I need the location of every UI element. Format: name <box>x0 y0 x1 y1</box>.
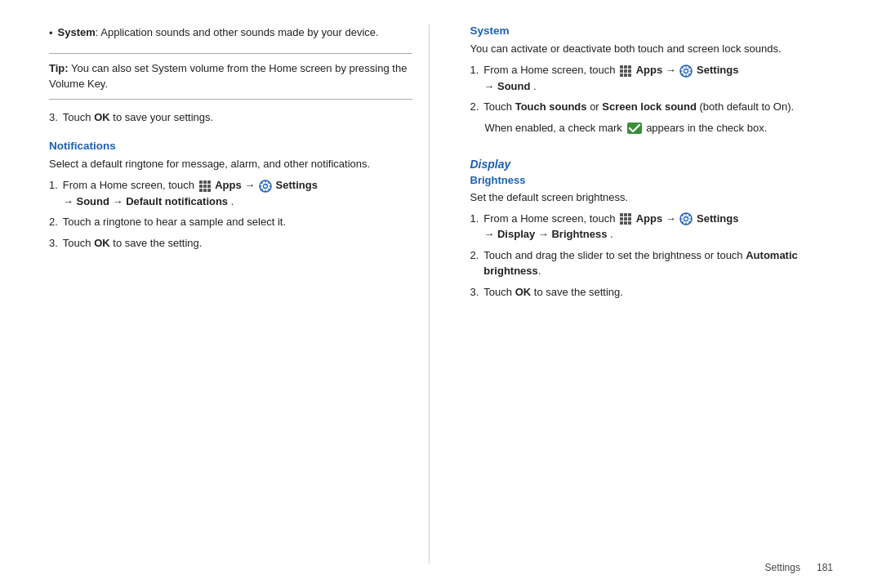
bullet-dot: • <box>49 25 53 42</box>
display-section: Display Brightness Set the default scree… <box>470 158 834 305</box>
notif-default: Default notifications <box>126 195 228 207</box>
notif-step1: 1. From a Home screen, touch <box>49 177 412 209</box>
notif-settings-label: Settings <box>276 179 318 191</box>
system-section: System You can activate or deactivate bo… <box>470 24 834 141</box>
footer-page-num: 181 <box>817 562 833 573</box>
bright-step3: 3. Touch OK to save the setting. <box>470 284 834 301</box>
svg-rect-0 <box>199 180 203 184</box>
page-footer: Settings 181 <box>765 562 833 573</box>
sys-step1-content: From a Home screen, touch Apps → <box>483 62 738 94</box>
svg-rect-7 <box>203 189 207 192</box>
right-column: System You can activate or deactivate bo… <box>462 24 834 564</box>
svg-line-15 <box>261 182 263 184</box>
svg-line-36 <box>689 67 691 69</box>
bright-step2-num: 2. <box>470 247 479 279</box>
settings-icon-sys <box>679 65 693 78</box>
bright-step3-content: Touch OK to save the setting. <box>483 284 623 301</box>
svg-rect-4 <box>203 185 207 188</box>
svg-rect-21 <box>628 65 631 69</box>
brightness-body: Set the default screen brightness. <box>470 189 834 206</box>
notif-step3-num: 3. <box>49 235 58 252</box>
svg-rect-47 <box>628 221 631 225</box>
apps-icon-bright <box>619 212 632 225</box>
svg-rect-20 <box>624 65 627 69</box>
notif-sound: Sound <box>76 195 109 207</box>
svg-rect-46 <box>624 221 627 225</box>
svg-line-57 <box>682 222 684 224</box>
notif-step2-text: Touch a ringtone to hear a sample and se… <box>63 214 286 230</box>
system-body: You can activate or deactivate both touc… <box>470 41 834 57</box>
tip-text: You can also set System volume from the … <box>49 62 407 91</box>
bullet-system-label: System <box>58 26 96 38</box>
brightness-heading: Brightness <box>470 174 834 186</box>
svg-rect-24 <box>628 69 631 73</box>
sys-apps-label: Apps <box>636 64 663 76</box>
sys-step2-num: 2. <box>470 99 479 115</box>
sys-step1-num: 1. <box>470 62 479 94</box>
bright-step3-num: 3. <box>470 284 479 301</box>
svg-line-34 <box>682 67 684 69</box>
step3-num: 3. <box>49 109 58 126</box>
sys-step2: 2. Touch Touch sounds or Screen lock sou… <box>470 99 834 115</box>
svg-rect-42 <box>620 217 623 220</box>
svg-line-18 <box>261 189 263 190</box>
svg-rect-8 <box>207 189 211 192</box>
step3-item: 3. Touch OK to save your settings. <box>49 109 412 126</box>
sys-settings-label: Settings <box>697 64 738 76</box>
step3-text: Touch OK to save your settings. <box>63 109 213 126</box>
notif-step3: 3. Touch OK to save the setting. <box>49 235 412 252</box>
svg-rect-44 <box>628 217 631 220</box>
settings-icon-bright <box>679 212 693 225</box>
checkmark-icon <box>627 122 642 134</box>
bright-step1: 1. From a Home screen, touch <box>470 211 834 243</box>
svg-rect-19 <box>620 65 623 69</box>
bullet-system-text: System: Application sounds and other sou… <box>58 24 379 42</box>
sys-step1: 1. From a Home screen, touch App <box>470 62 834 94</box>
brightness-section: Brightness Set the default screen bright… <box>470 174 834 301</box>
notifications-heading: Notifications <box>49 140 412 152</box>
bullet-system-block: • System: Application sounds and other s… <box>49 24 412 45</box>
svg-line-17 <box>268 182 270 184</box>
svg-rect-26 <box>624 74 627 77</box>
svg-rect-5 <box>207 185 211 188</box>
svg-line-37 <box>682 74 684 75</box>
bright-step1-content: From a Home screen, touch A <box>483 211 738 243</box>
bright-apps-label: Apps <box>636 212 663 225</box>
tip-block: Tip: You can also set System volume from… <box>49 53 412 100</box>
svg-rect-6 <box>199 189 203 192</box>
notif-step2: 2. Touch a ringtone to hear a sample and… <box>49 214 412 230</box>
bright-step2: 2. Touch and drag the slider to set the … <box>470 247 834 279</box>
svg-rect-45 <box>620 221 623 225</box>
notif-step3-text: Touch OK to save the setting. <box>63 235 203 252</box>
footer-label: Settings <box>765 562 800 573</box>
display-heading: Display <box>470 158 834 171</box>
left-column: • System: Application sounds and other s… <box>49 24 430 564</box>
apps-icon-sys <box>619 65 632 78</box>
svg-line-55 <box>689 222 691 224</box>
svg-rect-40 <box>624 213 627 216</box>
page: • System: Application sounds and other s… <box>0 0 882 588</box>
svg-point-49 <box>684 217 688 221</box>
svg-rect-39 <box>620 213 623 216</box>
system-heading: System <box>470 24 834 37</box>
bright-step1-num: 1. <box>470 211 479 243</box>
svg-line-35 <box>689 74 691 75</box>
sys-step2-content: Touch Touch sounds or Screen lock sound … <box>483 99 794 115</box>
svg-point-29 <box>684 69 688 73</box>
notifications-body: Select a default ringtone for message, a… <box>49 156 412 172</box>
svg-rect-3 <box>199 185 203 188</box>
svg-line-16 <box>268 189 270 190</box>
notif-step2-num: 2. <box>49 214 58 230</box>
svg-rect-43 <box>624 217 627 220</box>
apps-icon <box>198 180 212 193</box>
bullet-system-item: • System: Application sounds and other s… <box>49 24 412 42</box>
sys-check-text: When enabled, a check mark appears in th… <box>470 120 834 136</box>
notif-step1-num: 1. <box>49 177 58 209</box>
svg-line-56 <box>689 215 691 216</box>
notifications-section: Notifications Select a default ringtone … <box>49 140 412 256</box>
notif-step1-content: From a Home screen, touch Apps <box>63 177 318 209</box>
svg-rect-22 <box>620 69 623 73</box>
svg-rect-23 <box>624 69 627 73</box>
tip-prefix: Tip: <box>49 62 69 74</box>
bright-step2-content: Touch and drag the slider to set the bri… <box>483 247 833 279</box>
